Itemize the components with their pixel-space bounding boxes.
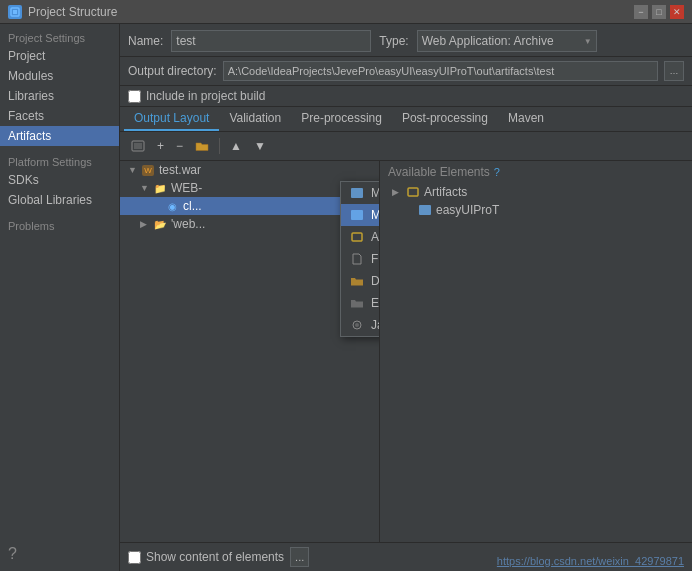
available-elements-help[interactable]: ?	[494, 166, 500, 178]
window-controls: − □ ✕	[634, 5, 684, 19]
folder-icon: 📁	[152, 181, 168, 195]
sidebar-item-global-libraries[interactable]: Global Libraries	[0, 190, 119, 210]
dropdown-module-output[interactable]: Module Output	[341, 182, 380, 204]
maximize-button[interactable]: □	[652, 5, 666, 19]
dropdown-directory-content[interactable]: Directory Content	[341, 270, 380, 292]
type-select[interactable]: Web Application: Archive ▼	[417, 30, 597, 52]
name-type-row: Name: Type: Web Application: Archive ▼	[120, 24, 692, 57]
module-output-icon	[349, 186, 365, 200]
tab-pre-processing[interactable]: Pre-processing	[291, 107, 392, 131]
name-label: Name:	[128, 34, 163, 48]
available-elements-title: Available Elements ?	[388, 165, 684, 179]
artifact-toolbar: + − ▲ ▼	[120, 132, 692, 161]
file-icon	[349, 252, 365, 266]
main-content: Name: Type: Web Application: Archive ▼ O…	[120, 24, 692, 571]
close-button[interactable]: ✕	[670, 5, 684, 19]
output-dir-row: Output directory: …	[120, 57, 692, 86]
tree-item-testwar[interactable]: ▼ W test.war	[120, 161, 379, 179]
dropdown-extracted-directory[interactable]: Extracted Directory	[341, 292, 380, 314]
sidebar-item-sdks[interactable]: SDKs	[0, 170, 119, 190]
type-value: Web Application: Archive	[422, 34, 554, 48]
output-dir-input[interactable]	[223, 61, 658, 81]
tab-output-layout[interactable]: Output Layout	[124, 107, 219, 131]
context-dropdown: Module Output Module Sources Artifact	[340, 181, 380, 337]
sidebar-item-facets[interactable]: Facets	[0, 106, 119, 126]
dropdown-module-sources[interactable]: Module Sources	[341, 204, 380, 226]
include-label: Include in project build	[146, 89, 265, 103]
move-up-button[interactable]: ▲	[225, 135, 247, 157]
output-dir-label: Output directory:	[128, 64, 217, 78]
artifact-icon	[349, 230, 365, 244]
create-directory-button[interactable]	[190, 135, 214, 157]
expand-arrow: ▼	[128, 165, 140, 175]
minimize-button[interactable]: −	[634, 5, 648, 19]
svg-rect-6	[352, 233, 362, 241]
sidebar-item-modules[interactable]: Modules	[0, 66, 119, 86]
help-button[interactable]: ?	[8, 545, 17, 563]
tree-item-label: test.war	[159, 163, 201, 177]
available-elements-panel: Available Elements ? ▶ Artifacts easyUIP…	[380, 161, 692, 542]
tab-maven[interactable]: Maven	[498, 107, 554, 131]
problems-label: Problems	[0, 214, 119, 234]
sidebar: Project Settings Project Modules Librari…	[0, 24, 120, 571]
remove-button[interactable]: −	[171, 135, 188, 157]
expand-arrow: ▼	[140, 183, 152, 193]
svg-rect-1	[13, 10, 17, 14]
tab-bar: Output Layout Validation Pre-processing …	[120, 107, 692, 132]
folder-icon: 📂	[152, 217, 168, 231]
available-item-easyuiprot[interactable]: easyUIProT	[388, 201, 684, 219]
sidebar-item-artifacts[interactable]: Artifacts	[0, 126, 119, 146]
javaee-icon	[349, 318, 365, 332]
svg-rect-5	[351, 210, 363, 220]
svg-rect-3	[134, 143, 142, 149]
toolbar-separator	[219, 138, 220, 154]
create-archive-button[interactable]	[126, 135, 150, 157]
tab-validation[interactable]: Validation	[219, 107, 291, 131]
move-down-button[interactable]: ▼	[249, 135, 271, 157]
artifact-icon	[406, 185, 420, 199]
tree-item-label: 'web...	[171, 217, 205, 231]
directory-icon	[349, 274, 365, 288]
show-content-checkbox-row: Show content of elements	[128, 550, 284, 564]
add-button[interactable]: +	[152, 135, 169, 157]
show-content-checkbox[interactable]	[128, 551, 141, 564]
window-title: Project Structure	[28, 5, 117, 19]
panels-container: ▼ W test.war ▼ 📁 WEB- ◉	[120, 161, 692, 542]
module-icon	[418, 203, 432, 217]
app-icon	[8, 5, 22, 19]
sidebar-item-libraries[interactable]: Libraries	[0, 86, 119, 106]
dropdown-file[interactable]: File	[341, 248, 380, 270]
tab-post-processing[interactable]: Post-processing	[392, 107, 498, 131]
tree-item-label: WEB-	[171, 181, 202, 195]
available-item-artifacts[interactable]: ▶ Artifacts	[388, 183, 684, 201]
svg-rect-9	[408, 188, 418, 196]
project-settings-label: Project Settings	[0, 28, 119, 46]
type-select-arrow: ▼	[584, 37, 592, 46]
class-icon: ◉	[164, 199, 180, 213]
more-options-button[interactable]: ...	[290, 547, 309, 567]
svg-rect-10	[419, 205, 431, 215]
include-project-build-row: Include in project build	[120, 86, 692, 107]
tree-panel: ▼ W test.war ▼ 📁 WEB- ◉	[120, 161, 380, 542]
output-dir-browse-button[interactable]: …	[664, 61, 684, 81]
title-bar: Project Structure − □ ✕	[0, 0, 692, 24]
sidebar-item-project[interactable]: Project	[0, 46, 119, 66]
dropdown-artifact[interactable]: Artifact	[341, 226, 380, 248]
tree-item-label: cl...	[183, 199, 202, 213]
extracted-dir-icon	[349, 296, 365, 310]
svg-point-8	[355, 323, 359, 327]
platform-settings-label: Platform Settings	[0, 150, 119, 170]
name-input[interactable]	[171, 30, 371, 52]
watermark: https://blog.csdn.net/weixin_42979871	[497, 555, 684, 567]
war-icon: W	[140, 163, 156, 177]
include-checkbox[interactable]	[128, 90, 141, 103]
expand-arrow: ▶	[140, 219, 152, 229]
show-content-label: Show content of elements	[146, 550, 284, 564]
expand-arrow: ▶	[392, 187, 402, 197]
svg-rect-4	[351, 188, 363, 198]
type-label: Type:	[379, 34, 408, 48]
module-sources-icon	[349, 208, 365, 222]
dropdown-javaee-facet[interactable]: JavaEE Facet Resources	[341, 314, 380, 336]
